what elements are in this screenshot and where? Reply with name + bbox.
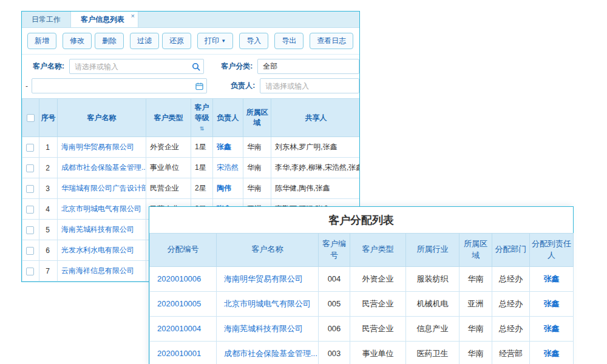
cell-dept: 总经办	[492, 316, 530, 341]
delete-button[interactable]: 删除	[95, 33, 124, 49]
view-log-button[interactable]: 查看日志	[310, 33, 353, 49]
customer-name-link[interactable]: 华瑞城有限公司广告设计部	[61, 184, 146, 192]
col-header-assignee: 分配到责任人	[530, 234, 574, 267]
cell-type: 外资企业	[146, 137, 191, 158]
col-header-label: 客户等级	[195, 103, 209, 122]
cell-region: 华南	[459, 316, 492, 341]
customer-name-link[interactable]: 北京市明城电气有限公司	[61, 204, 141, 213]
sort-icon[interactable]: ⇅	[200, 126, 205, 132]
assignee-link[interactable]: 张鑫	[544, 349, 560, 358]
date-to-input[interactable]	[32, 78, 207, 93]
col-header-customer-name: 客户名称	[58, 99, 146, 137]
col-header-customer-type: 客户类型	[146, 99, 191, 137]
alloc-no-link[interactable]: 2020010006	[157, 274, 201, 283]
row-checkbox[interactable]	[26, 226, 34, 234]
row-checkbox[interactable]	[26, 185, 34, 193]
print-button[interactable]: 打印 ▼	[197, 33, 233, 49]
date-range-separator: -	[25, 82, 28, 90]
import-button[interactable]: 导入	[239, 33, 268, 49]
cell-region: 华南	[243, 158, 271, 178]
modify-button[interactable]: 修改	[63, 33, 92, 49]
cell-region: 华南	[243, 137, 271, 158]
col-header-customer-level[interactable]: 客户等级⇅	[191, 99, 213, 137]
alloc-no-link[interactable]: 2020010001	[157, 349, 201, 358]
cell-customer-no: 004	[319, 266, 350, 291]
cell-no: 1	[39, 137, 58, 158]
row-checkbox[interactable]	[26, 206, 34, 214]
customer-name-link[interactable]: 海南明华贸易有限公司	[61, 143, 134, 151]
col-header-customer-name: 客户名称	[217, 234, 319, 267]
customer-name-label: 客户名称:	[33, 61, 64, 72]
table-row[interactable]: 1 海南明华贸易有限公司 外资企业 1星 张鑫 华南 刘东林,罗广明,张鑫	[22, 137, 361, 158]
owner-input[interactable]	[260, 78, 359, 93]
table-row[interactable]: 3 华瑞城有限公司广告设计部 民营企业 2星 陶伟 华南 陈华健,陶伟,张鑫	[22, 178, 361, 199]
search-icon[interactable]	[192, 62, 200, 71]
cell-customer-no: 005	[319, 291, 350, 316]
cell-type: 民营企业	[350, 316, 406, 341]
restore-button[interactable]: 还原	[162, 33, 191, 49]
table-row[interactable]: 2020010004 海南芜城科技有限公司 006 民营企业 信息产业 华南 总…	[150, 316, 574, 341]
tab-daily-work[interactable]: 日常工作	[22, 12, 71, 27]
panel-title: 客户分配列表	[149, 207, 573, 233]
cell-dept: 总经办	[492, 291, 530, 316]
assignee-link[interactable]: 张鑫	[544, 274, 560, 283]
cell-region: 亚洲	[459, 291, 492, 316]
assignee-link[interactable]: 张鑫	[544, 324, 560, 333]
customer-allocation-panel: 客户分配列表 分配编号 客户名称 客户编号 客户类型 所属行业 所属区域 分配部…	[149, 206, 574, 364]
alloc-no-link[interactable]: 2020010004	[157, 324, 201, 333]
col-header-region: 所属区域	[459, 234, 492, 267]
calendar-icon[interactable]	[195, 82, 203, 90]
cell-shared: 陈华健,陶伟,张鑫	[271, 178, 361, 199]
customer-name-link[interactable]: 成都市社会保险基金管理...	[61, 163, 146, 172]
filter-button[interactable]: 过滤	[130, 33, 159, 49]
col-header-customer-no: 客户编号	[319, 234, 350, 267]
owner-link[interactable]: 宋浩然	[217, 163, 239, 172]
cell-no: 3	[39, 178, 58, 199]
table-row[interactable]: 2 成都市社会保险基金管理... 事业单位 1星 宋浩然 华南 李华,李婷,柳琳…	[22, 158, 361, 178]
cell-shared: 刘东林,罗广明,张鑫	[271, 137, 361, 158]
cell-type: 民营企业	[146, 178, 191, 199]
customer-name-input[interactable]	[69, 59, 204, 74]
cell-type: 事业单位	[350, 341, 406, 364]
cell-customer-no: 006	[319, 316, 350, 341]
export-button[interactable]: 导出	[274, 33, 304, 49]
col-header-owner: 负责人	[213, 99, 243, 137]
col-header-no: 序号	[39, 99, 58, 137]
add-button[interactable]: 新增	[27, 33, 56, 49]
customer-name-link[interactable]: 海南芜城科技有限公司	[224, 324, 303, 333]
print-label: 打印	[205, 36, 219, 45]
customer-category-select[interactable]	[257, 59, 359, 74]
customer-name-link[interactable]: 北京市明城电气有限公司	[224, 299, 311, 308]
assignee-link[interactable]: 张鑫	[544, 299, 560, 308]
tab-label: 客户信息列表	[81, 15, 124, 24]
customer-name-link[interactable]: 海南芜城科技有限公司	[61, 225, 134, 234]
row-checkbox[interactable]	[26, 247, 34, 255]
col-header-dept: 分配部门	[492, 234, 530, 267]
row-checkbox[interactable]	[26, 268, 34, 275]
owner-link[interactable]: 陶伟	[217, 184, 231, 192]
cell-no: 5	[39, 220, 58, 240]
cell-no: 4	[39, 199, 58, 220]
tab-customer-info-list[interactable]: 客户信息列表 ×	[71, 12, 138, 27]
table-row[interactable]: 2020010005 北京市明城电气有限公司 005 民营企业 机械机电 亚洲 …	[150, 291, 574, 316]
row-checkbox[interactable]	[26, 144, 34, 152]
customer-name-link[interactable]: 海南明华贸易有限公司	[224, 274, 303, 283]
select-all-checkbox[interactable]	[27, 114, 35, 122]
table-header-row: 分配编号 客户名称 客户编号 客户类型 所属行业 所属区域 分配部门 分配到责任…	[150, 234, 574, 267]
table-row[interactable]: 2020010001 成都市社会保险基金管理... 003 事业单位 医药卫生 …	[150, 341, 574, 364]
customer-name-link[interactable]: 光发水利水电有限公司	[61, 246, 134, 254]
customer-name-link[interactable]: 云南海祥信息有限公司	[61, 266, 134, 275]
col-header-shared: 共享人	[271, 99, 361, 137]
cell-type: 民营企业	[350, 291, 406, 316]
cell-industry: 信息产业	[406, 316, 459, 341]
owner-link[interactable]: 张鑫	[217, 143, 231, 151]
tab-bar: 日常工作 客户信息列表 ×	[22, 12, 359, 28]
cell-level: 1星	[191, 137, 213, 158]
customer-name-link[interactable]: 成都市社会保险基金管理...	[224, 349, 317, 358]
cell-dept: 经营部	[492, 341, 530, 364]
row-checkbox[interactable]	[26, 164, 34, 172]
alloc-no-link[interactable]: 2020010005	[157, 299, 201, 308]
cell-region: 华南	[459, 266, 492, 291]
table-row[interactable]: 2020010006 海南明华贸易有限公司 004 外资企业 服装纺织 华南 总…	[150, 266, 574, 291]
close-tab-icon[interactable]: ×	[131, 13, 135, 19]
